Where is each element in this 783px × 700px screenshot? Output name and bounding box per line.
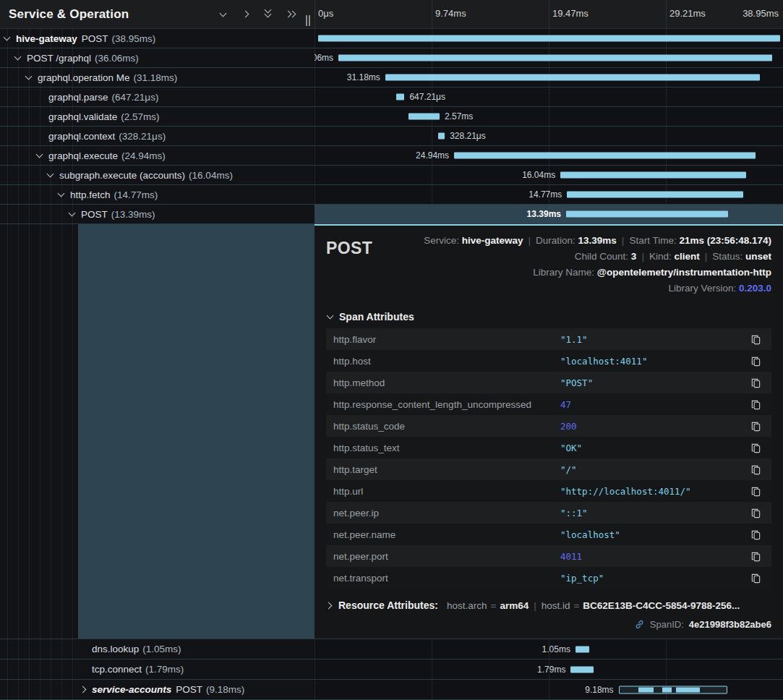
span-label-cell: graphql.parse(647.21μs) (0, 88, 315, 106)
clipboard-icon (750, 443, 761, 453)
span-row[interactable]: POST(13.39ms)13.39ms (0, 205, 783, 224)
span-row[interactable]: graphql.execute(24.94ms)24.94ms (0, 146, 783, 166)
operation-name: POST (176, 684, 202, 695)
span-bar-cell: 13.39ms (315, 205, 783, 223)
copy-value-button[interactable] (747, 334, 764, 345)
span-row[interactable]: graphql.context(328.21μs)328.21μs (0, 127, 783, 146)
copy-value-button[interactable] (747, 356, 764, 367)
collapse-one-button[interactable] (214, 5, 231, 24)
meta-separator: | (617, 235, 630, 246)
meta-label: Child Count: (575, 251, 631, 262)
chevron-down-icon[interactable] (4, 34, 11, 41)
chevron-down-icon[interactable] (69, 210, 76, 217)
chevron-down-icon[interactable] (47, 171, 54, 178)
span-label-cell: http.fetch(14.77ms) (0, 185, 315, 204)
meta-value: client (674, 251, 699, 262)
span-row[interactable]: POST /graphql(36.06ms)36.06ms (0, 48, 783, 68)
bar-child-segment (676, 687, 700, 692)
copy-value-button[interactable] (747, 464, 764, 475)
chevron-down-icon[interactable] (14, 54, 22, 61)
timeline-tick: 38.95ms (743, 8, 779, 19)
copy-value-button[interactable] (747, 443, 764, 453)
chevron-down-icon[interactable] (36, 151, 43, 158)
span-row[interactable]: subgraph.execute (accounts)(16.04ms)16.0… (0, 166, 783, 185)
bar-duration-label: 1.05ms (542, 644, 570, 654)
panel-resize-handle[interactable] (306, 15, 310, 26)
clipboard-icon (750, 421, 761, 432)
preview-separator: | (529, 600, 542, 611)
attribute-value: "::1" (560, 508, 747, 518)
span-label-cell: graphql.context(328.21μs) (0, 127, 315, 145)
span-duration: (1.79ms) (145, 664, 184, 675)
span-duration-bar[interactable] (338, 55, 772, 61)
operation-name: subgraph.execute (accounts) (59, 170, 185, 181)
attribute-key: http.status_text (333, 443, 560, 453)
copy-value-button[interactable] (747, 551, 764, 562)
meta-label: Library Version: (668, 283, 739, 294)
span-duration-bar[interactable] (619, 686, 727, 693)
attribute-key: net.transport (333, 573, 560, 584)
copy-value-button[interactable] (747, 421, 764, 432)
bar-duration-label: 24.94ms (416, 150, 449, 161)
span-duration-bar[interactable] (566, 211, 728, 218)
span-duration-bar[interactable] (454, 153, 756, 159)
span-row[interactable]: tcp.connect(1.79ms)1.79ms (0, 660, 783, 680)
span-detail-title: POST (326, 233, 372, 296)
clipboard-icon (750, 399, 761, 410)
span-duration-bar[interactable] (408, 114, 440, 120)
copy-value-button[interactable] (747, 529, 764, 540)
span-attributes-label: Span Attributes (339, 311, 414, 323)
resource-attributes-toggle[interactable]: Resource Attributes: host.arch=arm64|hos… (326, 599, 771, 611)
span-duration: (38.95ms) (112, 33, 156, 44)
attribute-value: 4011 (560, 551, 747, 562)
span-row[interactable]: dns.lookup(1.05ms)1.05ms (0, 639, 783, 660)
chevron-down-icon[interactable] (58, 190, 65, 197)
span-duration-bar[interactable] (396, 94, 405, 101)
span-duration-bar[interactable] (385, 74, 760, 81)
attribute-value: "/" (560, 464, 747, 475)
link-icon[interactable] (634, 619, 645, 630)
span-label-cell: graphql.execute(24.94ms) (0, 146, 315, 165)
span-duration-bar[interactable] (560, 172, 746, 179)
span-duration-bar[interactable] (567, 192, 743, 198)
equals-sign: = (487, 600, 500, 611)
meta-label: Service: (424, 235, 462, 246)
span-label-cell: dns.lookup(1.05ms) (0, 639, 315, 659)
timeline-tick: 29.21ms (669, 8, 706, 19)
span-duration-bar[interactable] (318, 35, 780, 42)
span-attributes-toggle[interactable]: Span Attributes (328, 311, 771, 323)
span-row[interactable]: graphql.validate(2.57ms)2.57ms (0, 107, 783, 127)
attribute-key: http.status_code (333, 421, 560, 432)
chevron-right-icon[interactable] (80, 686, 87, 693)
span-bar-cell: 16.04ms (315, 166, 783, 184)
span-row[interactable]: service-accountsPOST(9.18ms)9.18ms (0, 680, 783, 700)
span-duration-bar[interactable] (570, 666, 594, 673)
span-row[interactable]: graphql.parse(647.21μs)647.21μs (0, 88, 783, 107)
resource-attr-value: arm64 (500, 600, 529, 611)
span-row[interactable]: hive-gatewayPOST(38.95ms) (0, 29, 783, 48)
attribute-key: http.flavor (333, 334, 560, 345)
span-row[interactable]: http.fetch(14.77ms)14.77ms (0, 185, 783, 205)
chevron-down-icon[interactable] (25, 73, 33, 80)
copy-value-button[interactable] (747, 508, 764, 518)
copy-value-button[interactable] (747, 377, 764, 388)
clipboard-icon (750, 551, 761, 562)
meta-value: 13.39ms (578, 235, 617, 246)
copy-value-button[interactable] (747, 399, 764, 410)
expand-one-button[interactable] (236, 5, 254, 24)
span-duration-bar[interactable] (576, 646, 589, 652)
span-bar-cell: 1.05ms (315, 639, 783, 659)
span-bar-cell: 328.21μs (315, 127, 783, 145)
service-name: hive-gateway (16, 33, 77, 44)
span-duration-bar[interactable] (438, 133, 445, 140)
attribute-row: net.peer.port4011 (326, 545, 771, 567)
span-row[interactable]: graphql.operation Me(31.18ms)31.18ms (0, 68, 783, 88)
copy-value-button[interactable] (747, 486, 764, 497)
copy-value-button[interactable] (747, 573, 764, 584)
expand-all-button[interactable] (281, 5, 299, 24)
timeline-tick: 9.74ms (435, 8, 466, 19)
bar-child-segment (638, 687, 654, 692)
collapse-all-button[interactable] (259, 5, 276, 24)
span-duration: (647.21μs) (112, 92, 159, 103)
bar-duration-label: 14.77ms (529, 189, 562, 200)
